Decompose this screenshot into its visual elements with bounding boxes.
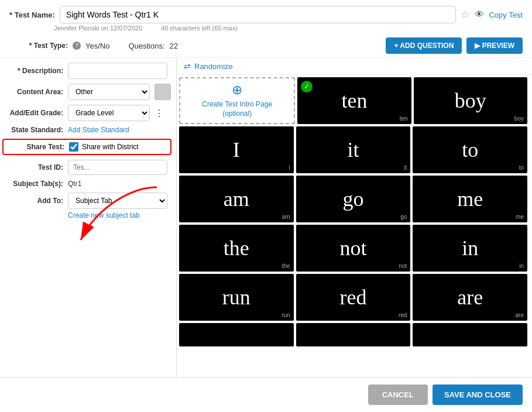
grade-menu-icon[interactable]: ⋮ <box>155 108 164 119</box>
grid-row-3: am am go go me me <box>179 176 527 222</box>
color-swatch[interactable] <box>155 84 171 100</box>
share-with-district-checkbox[interactable] <box>69 142 78 152</box>
grid-row-5: run run red red are are <box>179 274 527 321</box>
copy-test-link[interactable]: Copy Test <box>489 11 523 19</box>
star-icon[interactable]: ☆ <box>461 8 470 21</box>
label-are: are <box>516 312 524 318</box>
eye-icon[interactable]: 👁 <box>475 9 484 20</box>
word-cell-are[interactable]: are are <box>413 274 527 321</box>
grid-row-6 <box>179 323 527 346</box>
word-boy: boy <box>455 88 486 113</box>
word-go: go <box>343 187 364 211</box>
char-count: 40 characters left (65 max) <box>161 25 238 32</box>
main-layout: * Description: Content Area: Other Math … <box>0 57 532 377</box>
grade-select[interactable]: Grade Level <box>68 105 150 121</box>
grid-scroll[interactable]: ⊕ Create Test Intro Page(optional) ✓ ten… <box>177 75 532 377</box>
word-am: am <box>224 187 249 211</box>
questions-count: 22 <box>170 42 178 50</box>
word-cell-p3[interactable] <box>413 323 527 346</box>
word-cell-go[interactable]: go go <box>296 176 411 222</box>
description-label: * Description: <box>5 67 63 75</box>
word-cell-to[interactable]: to to <box>413 126 527 173</box>
add-state-standard-link[interactable]: Add State Standard <box>68 126 129 134</box>
word-cell-am[interactable]: am am <box>179 176 294 222</box>
word-cell-p1[interactable] <box>179 323 294 346</box>
save-and-close-button[interactable]: SAVE AND CLOSE <box>433 384 523 405</box>
cancel-button[interactable]: CANCEL <box>368 384 428 405</box>
word-cell-it[interactable]: it it <box>296 126 411 173</box>
word-cell-me[interactable]: me me <box>413 176 527 222</box>
intro-cell[interactable]: ⊕ Create Test Intro Page(optional) <box>179 77 295 124</box>
label-go: go <box>400 214 407 220</box>
label-red: red <box>399 312 407 318</box>
content-area-select[interactable]: Other Math Science English <box>68 84 150 100</box>
word-ten: ten <box>342 88 368 113</box>
preview-button[interactable]: ▶ PREVIEW <box>466 37 523 54</box>
grid-row-1: ⊕ Create Test Intro Page(optional) ✓ ten… <box>179 77 527 124</box>
randomize-label: Randomize <box>194 62 233 71</box>
test-name-input[interactable] <box>60 6 457 23</box>
word-cell-run[interactable]: run run <box>179 274 294 321</box>
add-to-select[interactable]: Subject Tab Other <box>68 193 167 209</box>
word-cell-p2[interactable] <box>296 323 411 346</box>
subject-tabs-value: Qtr1 <box>68 180 81 188</box>
label-run: run <box>282 312 290 318</box>
subject-tabs-row: Subject Tab(s): Qtr1 <box>0 180 176 188</box>
word-not: not <box>340 236 367 260</box>
test-id-label: Test ID: <box>5 163 63 171</box>
test-type-value: Yes/No <box>85 42 109 50</box>
state-standard-label: State Standard: <box>5 126 63 134</box>
description-input[interactable] <box>68 63 167 79</box>
word-cell-not[interactable]: not not <box>296 225 411 272</box>
grid-row-2: I l it it to to <box>179 126 527 173</box>
word-cell-the[interactable]: the the <box>179 225 294 272</box>
label-am: am <box>282 214 290 220</box>
word-cell-in[interactable]: in in <box>413 225 527 272</box>
test-id-input[interactable] <box>68 160 167 175</box>
word-cell-ten[interactable]: ✓ ten ten <box>297 77 411 124</box>
create-subject-tab-link[interactable]: Create new subject tab <box>68 211 171 219</box>
label-it: it <box>404 164 407 171</box>
word-cell-boy[interactable]: boy boy <box>414 77 527 124</box>
label-me: me <box>516 214 524 220</box>
word-are: are <box>457 285 483 310</box>
author-info: Jennifer Plonski on 12/07/2020 <box>54 25 142 32</box>
word-in: in <box>462 236 478 260</box>
word-cell-I[interactable]: I l <box>179 126 294 173</box>
footer: CANCEL SAVE AND CLOSE <box>0 377 532 412</box>
randomize-bar[interactable]: ⇄ Randomize <box>177 58 532 75</box>
word-it: it <box>348 138 359 162</box>
label-ten: ten <box>400 115 408 122</box>
word-me: me <box>457 187 483 211</box>
test-type-label: * Test Type: <box>9 42 68 50</box>
label-to: to <box>519 164 524 171</box>
intro-label: Create Test Intro Page(optional) <box>202 100 272 118</box>
test-type-help-icon[interactable]: ? <box>73 42 81 50</box>
word-run: run <box>222 285 250 310</box>
test-id-row: Test ID: <box>0 160 176 175</box>
intro-plus-icon: ⊕ <box>232 83 242 98</box>
label-in: in <box>519 263 524 269</box>
content-area-row: Content Area: Other Math Science English <box>0 84 176 100</box>
add-to-row: Add To: Subject Tab Other <box>0 193 176 209</box>
left-panel: * Description: Content Area: Other Math … <box>0 58 177 377</box>
test-name-subtitle: Jennifer Plonski on 12/07/2020 40 charac… <box>0 23 532 35</box>
word-cell-red[interactable]: red red <box>296 274 411 321</box>
right-panel: ⇄ Randomize ⊕ Create Test Intro Page(opt… <box>177 58 532 377</box>
test-type-row: * Test Type: ? Yes/No Questions: 22 + AD… <box>0 35 532 57</box>
label-not: not <box>399 263 407 269</box>
test-name-label: * Test Name: <box>9 11 55 19</box>
word-the: the <box>224 236 249 260</box>
share-test-row: Share Test: Share with District <box>2 139 171 155</box>
checkmark-ten: ✓ <box>301 81 313 92</box>
label-the: the <box>282 263 290 269</box>
add-question-button[interactable]: + ADD QUESTION <box>386 37 462 54</box>
content-area-label: Content Area: <box>5 88 63 96</box>
word-I: I <box>233 138 240 162</box>
randomize-icon: ⇄ <box>184 61 191 71</box>
label-boy: boy <box>514 115 524 122</box>
label-I: l <box>289 164 290 171</box>
grade-row: Add/Edit Grade: Grade Level ⋮ <box>0 105 176 121</box>
grade-label: Add/Edit Grade: <box>5 109 63 117</box>
share-with-district-label[interactable]: Share with District <box>69 142 139 152</box>
